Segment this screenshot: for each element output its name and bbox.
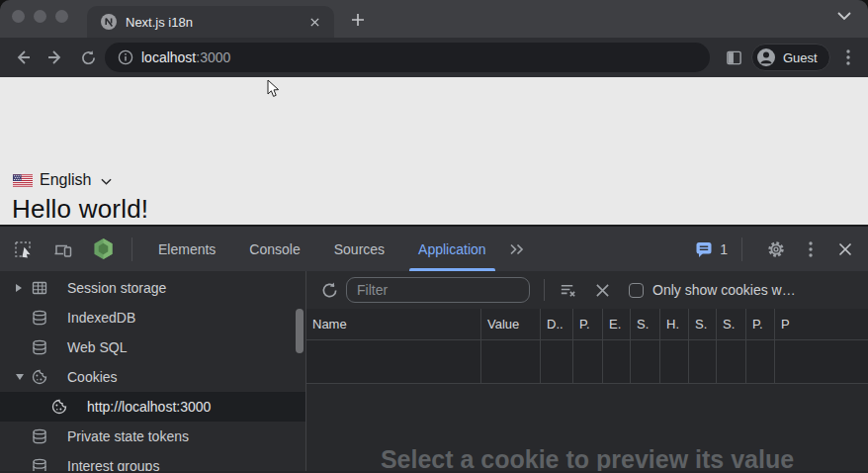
clear-filter-icon[interactable] xyxy=(556,278,579,302)
nextjs-favicon-icon xyxy=(101,14,117,30)
back-button[interactable] xyxy=(11,46,35,69)
devtools-toolbar: Elements Console Sources Application xyxy=(0,227,868,271)
device-toolbar-icon[interactable] xyxy=(51,237,75,261)
reload-button[interactable] xyxy=(76,46,100,69)
disclosure-collapsed-icon[interactable] xyxy=(16,284,32,292)
language-chevron-icon xyxy=(101,178,112,185)
column-header-samesite[interactable]: S. xyxy=(717,309,746,339)
avatar-icon xyxy=(756,47,776,67)
sidebar-item-web-sql[interactable]: Web SQL xyxy=(0,332,305,362)
sidebar-item-indexeddb[interactable]: IndexedDB xyxy=(0,303,305,332)
issues-bubble-icon xyxy=(695,240,713,258)
tab-sources[interactable]: Sources xyxy=(317,227,401,271)
column-header-name[interactable]: Name xyxy=(306,309,481,339)
forward-button[interactable] xyxy=(43,46,67,69)
column-header-secure[interactable]: S. xyxy=(689,309,717,339)
address-host: localhost xyxy=(141,49,196,65)
new-tab-button[interactable] xyxy=(344,6,372,34)
settings-gear-icon[interactable] xyxy=(763,237,789,261)
mouse-cursor xyxy=(267,79,279,98)
cookie-preview-pane: Select a cookie to preview its value xyxy=(306,384,868,471)
cookies-panel: Only show cookies w… Name Value D.. P. E… xyxy=(306,271,868,471)
only-show-cookies-checkbox[interactable] xyxy=(629,283,644,298)
active-tab-underline xyxy=(409,268,495,271)
tab-search-chevron-icon[interactable] xyxy=(836,11,854,27)
cookies-filter-input[interactable] xyxy=(346,277,530,303)
column-header-value[interactable]: Value xyxy=(481,309,541,339)
cookie-icon xyxy=(51,399,73,415)
cookies-toolbar: Only show cookies w… xyxy=(306,271,868,309)
tab-elements[interactable]: Elements xyxy=(141,227,232,271)
tab-close-icon[interactable] xyxy=(306,14,322,30)
sidebar-item-interest-groups[interactable]: Interest groups xyxy=(0,451,305,471)
cookie-preview-empty-message: Select a cookie to preview its value xyxy=(381,445,794,471)
database-icon xyxy=(32,428,53,444)
tab-console[interactable]: Console xyxy=(232,227,316,271)
window-controls[interactable] xyxy=(12,10,68,23)
language-label: English xyxy=(40,171,91,189)
address-bar[interactable]: localhost:3000 xyxy=(105,43,710,72)
devtools-close-icon[interactable] xyxy=(832,237,858,261)
application-sidebar: Session storage IndexedDB xyxy=(0,271,306,471)
browser-toolbar: localhost:3000 Guest xyxy=(0,38,868,77)
devtools-toolbar-right: 1 xyxy=(695,237,868,261)
us-flag-icon xyxy=(13,174,33,187)
toolbar-divider xyxy=(544,279,545,301)
tab-strip: Next.js i18n xyxy=(0,0,868,38)
database-icon xyxy=(32,458,53,471)
browser-tab[interactable]: Next.js i18n xyxy=(87,6,334,38)
only-show-cookies-label: Only show cookies w… xyxy=(652,282,868,298)
sidebar-item-cookies-localhost[interactable]: http://localhost:3000 xyxy=(0,392,305,422)
inspect-element-icon[interactable] xyxy=(11,237,35,261)
column-header-priority[interactable]: P xyxy=(775,309,868,339)
delete-cookies-icon[interactable] xyxy=(590,278,614,302)
minimize-window-button[interactable] xyxy=(34,10,46,23)
issues-count: 1 xyxy=(720,241,728,257)
devtools-menu-icon[interactable] xyxy=(798,237,824,261)
sidebar-item-cookies[interactable]: Cookies xyxy=(0,362,305,392)
devtools-tabs: Elements Console Sources Application xyxy=(141,227,531,271)
profile-name: Guest xyxy=(783,50,818,65)
toolbar-divider xyxy=(741,237,742,261)
sidebar-scrollbar[interactable] xyxy=(296,309,304,353)
page-heading: Hello world! xyxy=(12,194,148,225)
database-icon xyxy=(32,339,53,355)
cookies-table-empty-row[interactable] xyxy=(306,340,868,384)
tab-title: Next.js i18n xyxy=(126,15,193,30)
toolbar-divider xyxy=(131,237,132,261)
language-switcher[interactable]: English xyxy=(13,171,112,189)
column-header-httponly[interactable]: H. xyxy=(660,309,689,339)
sidebar-item-private-state-tokens[interactable]: Private state tokens xyxy=(0,422,305,451)
sidebar-item-session-storage[interactable]: Session storage xyxy=(0,273,305,303)
cookie-icon xyxy=(32,369,53,385)
application-panel: Session storage IndexedDB xyxy=(0,271,868,471)
column-header-domain[interactable]: D.. xyxy=(541,309,573,339)
browser-menu-button[interactable] xyxy=(838,46,858,69)
column-header-size[interactable]: S. xyxy=(631,309,660,339)
address-url[interactable]: localhost:3000 xyxy=(141,49,230,65)
close-window-button[interactable] xyxy=(12,10,25,23)
database-icon xyxy=(32,310,53,326)
node-devtools-icon[interactable] xyxy=(91,237,115,261)
column-header-expires[interactable]: E. xyxy=(603,309,631,339)
more-tabs-icon[interactable] xyxy=(503,227,531,271)
browser-window: Next.js i18n xyxy=(0,0,868,473)
maximize-window-button[interactable] xyxy=(55,10,68,23)
refresh-cookies-icon[interactable] xyxy=(317,278,341,302)
side-panel-button[interactable] xyxy=(723,47,744,68)
profile-button[interactable]: Guest xyxy=(751,44,830,71)
address-port: :3000 xyxy=(196,49,230,65)
disclosure-expanded-icon[interactable] xyxy=(16,374,32,380)
cookies-table: Name Value D.. P. E. S. H. S. S. P. P xyxy=(306,309,868,384)
cookies-table-header[interactable]: Name Value D.. P. E. S. H. S. S. P. P xyxy=(306,309,868,340)
table-grid-icon xyxy=(32,280,53,296)
page-content: English Hello world! xyxy=(0,77,868,225)
devtools-panel: Elements Console Sources Application xyxy=(0,227,868,473)
column-header-path[interactable]: P. xyxy=(573,309,603,339)
site-info-icon[interactable] xyxy=(118,49,133,65)
tab-application[interactable]: Application xyxy=(401,227,503,271)
issues-counter[interactable]: 1 xyxy=(695,240,728,258)
column-header-partition[interactable]: P. xyxy=(746,309,775,339)
